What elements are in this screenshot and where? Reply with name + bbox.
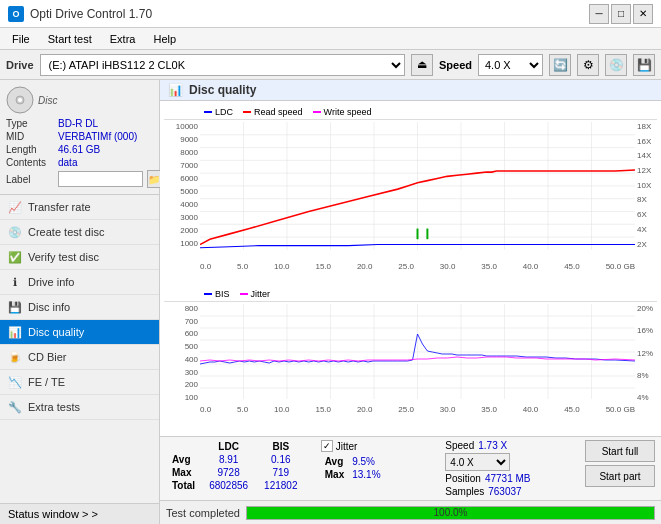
speed-select-container: 4.0 X xyxy=(445,453,581,471)
speed-dropdown[interactable]: 4.0 X xyxy=(445,453,510,471)
max-bis: 719 xyxy=(256,466,305,479)
sidebar-item-create-test-disc[interactable]: 💿 Create test disc xyxy=(0,220,159,245)
start-full-button[interactable]: Start full xyxy=(585,440,655,462)
fe-te-label: FE / TE xyxy=(28,376,65,388)
sidebar-item-verify-test-disc[interactable]: ✅ Verify test disc xyxy=(0,245,159,270)
sidebar-item-disc-info[interactable]: 💾 Disc info xyxy=(0,295,159,320)
menu-start-test[interactable]: Start test xyxy=(40,31,100,47)
upper-x-axis: 0.0 5.0 10.0 15.0 20.0 25.0 30.0 35.0 40… xyxy=(200,262,635,271)
cd-bier-icon: 🍺 xyxy=(8,350,22,364)
sidebar-item-fe-te[interactable]: 📉 FE / TE xyxy=(0,370,159,395)
max-jitter: 13.1% xyxy=(348,468,384,481)
upper-chart-svg xyxy=(200,122,635,261)
bis-legend-label: BIS xyxy=(215,289,230,299)
lower-chart-legend: BIS Jitter xyxy=(164,287,657,302)
total-bis: 121802 xyxy=(256,479,305,492)
contents-value: data xyxy=(58,157,77,168)
menu-extra[interactable]: Extra xyxy=(102,31,144,47)
refresh-button[interactable]: 🔄 xyxy=(549,54,571,76)
length-label: Length xyxy=(6,144,54,155)
bis-legend: BIS xyxy=(204,289,230,299)
main-area: Disc Type BD-R DL MID VERBATIMf (000) Le… xyxy=(0,80,661,524)
drive-info-label: Drive info xyxy=(28,276,74,288)
stats-row: LDC BIS Avg 8.91 0.16 Max 9728 719 xyxy=(166,440,655,497)
sidebar-item-extra-tests[interactable]: 🔧 Extra tests xyxy=(0,395,159,420)
speed-row: Speed 1.73 X xyxy=(445,440,581,451)
label-folder-button[interactable]: 📁 xyxy=(147,170,161,188)
status-text: Test completed xyxy=(166,507,240,519)
drive-bar: Drive (E:) ATAPI iHBS112 2 CL0K ⏏ Speed … xyxy=(0,50,661,80)
nav-menu: 📈 Transfer rate 💿 Create test disc ✅ Ver… xyxy=(0,195,159,503)
jitter-legend-color xyxy=(240,293,248,295)
svg-point-2 xyxy=(18,98,22,102)
speed-select[interactable]: 4.0 X xyxy=(478,54,543,76)
right-panel: 📊 Disc quality LDC Read speed xyxy=(160,80,661,524)
action-buttons: Start full Start part xyxy=(585,440,655,487)
upper-chart-legend: LDC Read speed Write speed xyxy=(164,105,657,120)
extra-tests-icon: 🔧 xyxy=(8,400,22,414)
drive-label: Drive xyxy=(6,59,34,71)
drive-select[interactable]: (E:) ATAPI iHBS112 2 CL0K xyxy=(40,54,405,76)
upper-chart-svg-wrap: 0.0 5.0 10.0 15.0 20.0 25.0 30.0 35.0 40… xyxy=(200,122,635,261)
type-value: BD-R DL xyxy=(58,118,98,129)
disc-quality-label: Disc quality xyxy=(28,326,84,338)
config-button[interactable]: ⚙ xyxy=(577,54,599,76)
stats-table: LDC BIS Avg 8.91 0.16 Max 9728 719 xyxy=(166,440,305,492)
verify-test-disc-icon: ✅ xyxy=(8,250,22,264)
upper-y-axis-right: 18X 16X 14X 12X 10X 8X 6X 4X 2X xyxy=(635,122,657,261)
write-speed-legend-label: Write speed xyxy=(324,107,372,117)
lower-x-axis: 0.0 5.0 10.0 15.0 20.0 25.0 30.0 35.0 40… xyxy=(200,405,635,414)
progress-text: 100.0% xyxy=(247,507,654,519)
progress-bar: 100.0% xyxy=(246,506,655,520)
jitter-checkbox[interactable]: ✓ xyxy=(321,440,333,452)
upper-y-axis-left: 10000 9000 8000 7000 6000 5000 4000 3000… xyxy=(164,122,200,261)
menu-file[interactable]: File xyxy=(4,31,38,47)
avg-jitter-label: Avg xyxy=(321,455,348,468)
avg-ldc: 8.91 xyxy=(201,453,256,466)
close-button[interactable]: ✕ xyxy=(633,4,653,24)
fe-te-icon: 📉 xyxy=(8,375,22,389)
title-bar: O Opti Drive Control 1.70 ─ □ ✕ xyxy=(0,0,661,28)
disc-info-icon: 💾 xyxy=(8,300,22,314)
minimize-button[interactable]: ─ xyxy=(589,4,609,24)
max-label: Max xyxy=(166,466,201,479)
contents-label: Contents xyxy=(6,157,54,168)
save-button[interactable]: 💾 xyxy=(633,54,655,76)
ldc-header: LDC xyxy=(201,440,256,453)
bis-legend-color xyxy=(204,293,212,295)
write-speed-legend-color xyxy=(313,111,321,113)
menu-bar: File Start test Extra Help xyxy=(0,28,661,50)
jitter-legend-label: Jitter xyxy=(251,289,271,299)
disc-button[interactable]: 💿 xyxy=(605,54,627,76)
sidebar-item-transfer-rate[interactable]: 📈 Transfer rate xyxy=(0,195,159,220)
lower-chart-axes: 800 700 600 500 400 300 200 100 xyxy=(164,304,657,414)
transfer-rate-label: Transfer rate xyxy=(28,201,91,213)
status-window-label: Status window > > xyxy=(8,508,98,520)
sidebar-item-disc-quality[interactable]: 📊 Disc quality xyxy=(0,320,159,345)
mid-value: VERBATIMf (000) xyxy=(58,131,137,142)
speed-label-text: Speed xyxy=(445,440,474,451)
stats-area: LDC BIS Avg 8.91 0.16 Max 9728 719 xyxy=(160,436,661,500)
bis-header: BIS xyxy=(256,440,305,453)
chart-title: Disc quality xyxy=(189,83,256,97)
label-input[interactable] xyxy=(58,171,143,187)
app-icon: O xyxy=(8,6,24,22)
maximize-button[interactable]: □ xyxy=(611,4,631,24)
speed-value: 1.73 X xyxy=(478,440,507,451)
disc-info-label: Disc info xyxy=(28,301,70,313)
eject-button[interactable]: ⏏ xyxy=(411,54,433,76)
sidebar-item-drive-info[interactable]: ℹ Drive info xyxy=(0,270,159,295)
speed-position-section: Speed 1.73 X 4.0 X Position 47731 MB Sam… xyxy=(445,440,581,497)
max-jitter-label: Max xyxy=(321,468,348,481)
sidebar-item-cd-bier[interactable]: 🍺 CD Bier xyxy=(0,345,159,370)
start-part-button[interactable]: Start part xyxy=(585,465,655,487)
jitter-section: ✓ Jitter Avg 9.5% Max 13.1% xyxy=(321,440,442,481)
read-speed-legend-color xyxy=(243,111,251,113)
read-speed-legend: Read speed xyxy=(243,107,303,117)
status-window-button[interactable]: Status window > > xyxy=(0,503,159,524)
read-speed-legend-label: Read speed xyxy=(254,107,303,117)
samples-value: 763037 xyxy=(488,486,521,497)
lower-chart-svg xyxy=(200,304,635,404)
charts-area: LDC Read speed Write speed xyxy=(160,101,661,436)
menu-help[interactable]: Help xyxy=(145,31,184,47)
